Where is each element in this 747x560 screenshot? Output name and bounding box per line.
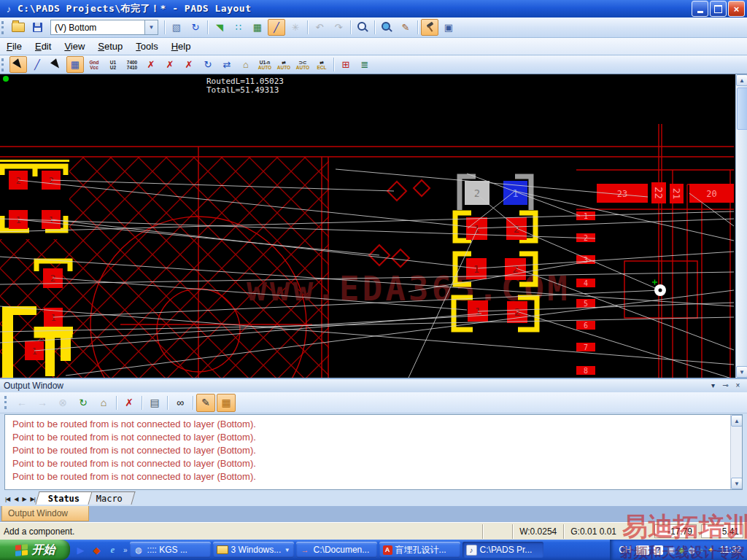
ecl-icon[interactable]: ⇄ECL	[313, 56, 330, 73]
task-button-0[interactable]: ◍:::: KGS ...	[130, 542, 211, 558]
save-icon[interactable]	[28, 19, 46, 36]
window-layout-icon[interactable]: ▣	[440, 19, 457, 36]
tray-ime-icon[interactable]: ✦	[708, 546, 714, 554]
restore-button[interactable]	[710, 1, 727, 17]
home-icon[interactable]: ⌂	[94, 394, 113, 412]
print-icon[interactable]: ▤	[145, 394, 164, 412]
nets-icon[interactable]: ∷	[230, 19, 247, 36]
redraw-icon[interactable]: ↻	[187, 19, 204, 36]
tab-last-icon[interactable]: ▶|	[31, 496, 35, 502]
board-icon[interactable]: ▦	[249, 19, 266, 36]
panel-menu-icon[interactable]: ▾	[708, 381, 719, 391]
swap-gates-icon[interactable]: ⇄	[218, 56, 236, 73]
scroll-up-icon[interactable]: ▲	[736, 74, 747, 86]
add-connection-icon[interactable]: ⊞	[337, 56, 355, 73]
media-player-icon[interactable]: ▶	[74, 544, 87, 556]
autoroute-icon[interactable]: ✳	[287, 19, 304, 36]
help-icon[interactable]: ?	[654, 545, 663, 555]
ie-icon[interactable]: e	[107, 544, 119, 556]
language-indicator[interactable]: CH	[619, 545, 631, 555]
dimension-icon[interactable]: ⌂	[237, 56, 255, 73]
messenger-icon[interactable]: ◆	[90, 544, 103, 556]
task-button-1[interactable]: 3 Windows...▼	[213, 542, 294, 558]
task-button-3[interactable]: 盲埋孔设计...	[379, 542, 460, 558]
route-tool-icon[interactable]: ╱	[28, 56, 46, 73]
pin-icon[interactable]: ⊸	[720, 381, 731, 391]
title-bar: ♪ C:\PADS Projects\布完了！* - PADS Layout ×	[0, 0, 747, 18]
scroll-thumb[interactable]	[737, 88, 747, 130]
layer-combo[interactable]: (V) Bottom▼	[50, 20, 158, 35]
tray-window-icon[interactable]: ▣	[667, 546, 675, 554]
scroll-down-icon[interactable]: ▼	[736, 366, 747, 378]
record-icon[interactable]: ✎	[196, 394, 215, 412]
tray-maxthon-icon[interactable]: ◍	[688, 546, 695, 554]
start-button[interactable]: 开始	[0, 540, 70, 560]
find-icon[interactable]: ∞	[171, 394, 190, 412]
cleanup-icon[interactable]: ✎	[397, 19, 414, 36]
panel-close-icon[interactable]: ×	[732, 381, 743, 391]
tray-update-icon[interactable]: ●	[699, 546, 704, 554]
redo-icon[interactable]: ↷	[330, 19, 347, 36]
output-scrollbar[interactable]: ▲ ▼	[730, 415, 742, 489]
restore-icon	[714, 5, 722, 13]
properties-icon[interactable]: ▧	[168, 19, 185, 36]
canvas-scrollbar[interactable]: ▲ ▼	[735, 74, 747, 378]
gnd-vcc-icon[interactable]: GndVcc	[85, 56, 103, 73]
cursor-x-field[interactable]: -17.79	[654, 524, 697, 538]
menu-item-tools[interactable]: Tools	[129, 39, 164, 54]
keyboard-icon[interactable]	[636, 545, 649, 555]
rotate-part-icon[interactable]: ↻	[199, 56, 217, 73]
tools-icon[interactable]	[421, 19, 438, 36]
auto-rename-icon[interactable]: ⇄AUTO	[275, 56, 293, 73]
stop-icon[interactable]: ⊗	[53, 394, 72, 412]
output-window-tab[interactable]: Output Window	[1, 506, 89, 521]
auto-rename-icon-label: ⇄AUTO	[277, 60, 290, 70]
spreadsheet-icon[interactable]: ≣	[356, 56, 374, 73]
pcb-canvas[interactable]: www.EDA365.COM22112112112121223222120123…	[0, 74, 747, 378]
output-scroll-up-icon[interactable]: ▲	[731, 415, 743, 427]
gate-auto-icon[interactable]: ⊃⊂AUTO	[294, 56, 311, 73]
component-tool-icon[interactable]: ▦	[66, 56, 84, 73]
menu-item-setup[interactable]: Setup	[91, 39, 129, 54]
delete-pin-icon[interactable]: ✗	[142, 56, 160, 73]
close-button[interactable]: ×	[728, 1, 745, 17]
undo-icon[interactable]: ↶	[311, 19, 328, 36]
select-tool-icon[interactable]	[9, 56, 27, 73]
tab-next-icon[interactable]: ▶	[22, 496, 26, 502]
refresh-icon[interactable]: ↻	[74, 394, 93, 412]
menu-item-help[interactable]: Help	[165, 39, 198, 54]
output-window-titlebar[interactable]: Output Window ▾ ⊸ ×	[0, 379, 747, 392]
u1-u2-icon[interactable]: U1U2	[104, 56, 122, 73]
menu-item-file[interactable]: File	[0, 39, 28, 54]
delete-net-icon[interactable]: ✗	[161, 56, 179, 73]
route-mode-icon[interactable]: ╱	[268, 19, 285, 36]
zoom-icon[interactable]	[354, 19, 371, 36]
7400-7410-icon[interactable]: 74007410	[123, 56, 141, 73]
menu-item-view[interactable]: View	[58, 39, 91, 54]
window-layout-icon-glyph: ▣	[444, 23, 453, 32]
menu-item-edit[interactable]: Edit	[28, 39, 58, 54]
table-icon[interactable]: ▦	[217, 394, 236, 412]
u1n-auto-icon[interactable]: U1-nAUTO	[256, 56, 274, 73]
pad-number: 5	[584, 300, 588, 308]
combo-dropdown-icon[interactable]: ▼	[144, 20, 158, 34]
component-tool-icon-glyph: ▦	[71, 60, 80, 69]
minimize-button[interactable]	[692, 1, 708, 17]
forward-icon[interactable]: →	[33, 394, 52, 412]
tab-first-icon[interactable]: |◀	[5, 496, 9, 502]
tab-status[interactable]: Status	[35, 491, 93, 505]
cursor-y-field[interactable]: 5.41	[701, 524, 743, 538]
open-icon[interactable]	[9, 19, 27, 36]
output-scroll-down-icon[interactable]: ▼	[731, 478, 743, 489]
design-toggle-icon[interactable]: ◥	[211, 19, 228, 36]
delete-part-icon[interactable]: ✗	[180, 56, 198, 73]
clear-icon[interactable]: ✗	[120, 394, 139, 412]
output-message-area[interactable]: Point to be routed from is not connected…	[4, 414, 743, 490]
zoom-mode-icon[interactable]	[378, 19, 395, 36]
move-tool-icon[interactable]	[47, 56, 65, 73]
tab-prev-icon[interactable]: ◀	[14, 496, 18, 502]
tray-shield-icon[interactable]: ◆	[678, 546, 684, 554]
back-icon[interactable]: ←	[12, 394, 31, 412]
task-button-2[interactable]: →C:\Documen...	[296, 542, 377, 558]
task-button-4[interactable]: C:\PADS Pr...	[462, 542, 543, 558]
